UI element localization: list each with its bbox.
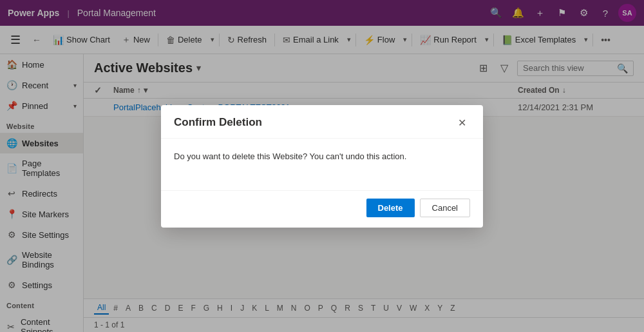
dialog-message: Do you want to delete this Website? You …: [174, 151, 406, 161]
cancel-button[interactable]: Cancel: [420, 199, 470, 217]
dialog-title: Confirm Deletion: [174, 116, 262, 129]
confirm-deletion-dialog: Confirm Deletion ✕ Do you want to delete…: [161, 105, 483, 228]
dialog-overlay: Confirm Deletion ✕ Do you want to delete…: [0, 0, 644, 332]
dialog-footer: Delete Cancel: [161, 190, 483, 228]
delete-confirm-button[interactable]: Delete: [366, 199, 415, 217]
dialog-body: Do you want to delete this Website? You …: [161, 139, 483, 190]
dialog-close-button[interactable]: ✕: [454, 115, 470, 130]
dialog-header: Confirm Deletion ✕: [161, 105, 483, 139]
